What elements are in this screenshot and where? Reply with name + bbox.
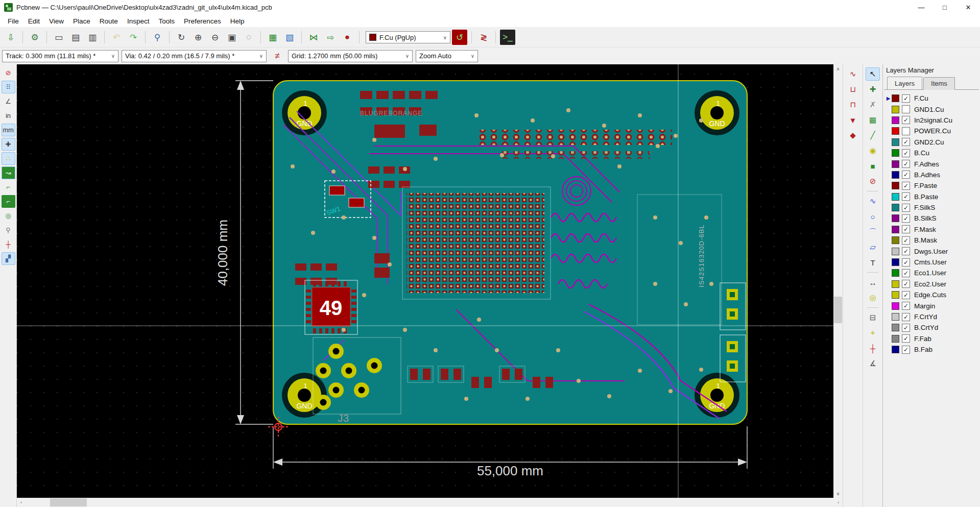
tracks-sketch-icon[interactable]: ⌐ [2, 181, 15, 194]
zoom-redraw-icon[interactable]: ↻ [174, 30, 189, 45]
layer-color-swatch[interactable] [892, 127, 899, 135]
layer-color-swatch[interactable] [892, 335, 899, 343]
layer-row[interactable]: ▶ ✓ F.CrtYd [884, 311, 980, 322]
layer-row[interactable]: ▶ ✓ F.Fab [884, 333, 980, 344]
layer-color-swatch[interactable] [892, 346, 899, 353]
grid-origin-icon[interactable]: ┼ [866, 342, 880, 355]
drc-off-icon[interactable]: ⊘ [2, 66, 15, 79]
layer-visibility-checkbox[interactable]: ✓ [902, 346, 910, 354]
minimize-button[interactable]: — [910, 0, 933, 15]
grid-selector[interactable]: Grid: 1.2700 mm (50.00 mils) ∨ [288, 50, 413, 62]
layer-pair-toggle-icon[interactable]: ↺ [452, 30, 467, 45]
layer-color-swatch[interactable] [892, 302, 899, 310]
layer-row[interactable]: ▶ ✓ B.Mask [884, 235, 980, 246]
layer-row[interactable]: ▶ ✓ Margin [884, 300, 980, 311]
layer-row[interactable]: ▶ ✓ B.CrtYd [884, 322, 980, 333]
add-zone-icon[interactable]: ■ [866, 159, 880, 173]
layer-visibility-checkbox[interactable]: ✓ [902, 291, 910, 299]
print-icon[interactable]: ▤ [68, 30, 83, 45]
layer-visibility-checkbox[interactable]: ✓ [902, 280, 910, 288]
layer-row[interactable]: ▶ ✓ F.Adhes [884, 158, 980, 169]
microwave-stub-arc-icon[interactable]: ▼ [846, 113, 860, 127]
zoom-in-icon[interactable]: ⊕ [190, 30, 206, 45]
layer-row[interactable]: ▶ ✓ Eco1.User [884, 268, 980, 278]
layer-visibility-checkbox[interactable]: ✓ [902, 313, 910, 321]
scripting-console-icon[interactable]: >_ [500, 30, 515, 45]
undo-icon[interactable]: ↶ [109, 30, 124, 45]
add-circle-icon[interactable]: ○ [866, 210, 880, 223]
menu-item[interactable]: Edit [23, 16, 44, 27]
add-arc-icon[interactable]: ⌒ [866, 225, 880, 238]
auto-track-width-icon[interactable]: ≠ [270, 49, 285, 64]
find-icon[interactable]: ⚲ [150, 30, 165, 45]
layer-row[interactable]: ▶ ✓ F.Paste [884, 180, 980, 191]
layer-color-swatch[interactable] [892, 106, 899, 113]
route-tracks-icon[interactable]: ╱ [866, 129, 880, 142]
layer-visibility-checkbox[interactable]: ✓ [902, 236, 910, 245]
menu-item[interactable]: Help [226, 16, 249, 27]
add-keepout-icon[interactable]: ⊘ [866, 175, 880, 188]
add-line-icon[interactable]: ∿ [866, 195, 880, 208]
layer-row[interactable]: ▶ ✓ Dwgs.User [884, 246, 980, 256]
layer-color-swatch[interactable] [892, 138, 899, 146]
layer-color-swatch[interactable] [892, 313, 899, 321]
cursor-shape-icon[interactable]: ✚ [2, 138, 15, 151]
scroll-left-arrow[interactable]: ‹ [17, 498, 26, 507]
layer-row[interactable]: ▶ ✓ Eco2.User [884, 279, 980, 289]
layer-row[interactable]: ▶ ✓ B.Paste [884, 191, 980, 202]
net-inspector-icon[interactable]: ⋈ [306, 30, 321, 45]
menu-item[interactable]: File [3, 16, 23, 27]
scroll-down-arrow[interactable]: ∨ [833, 489, 843, 498]
menu-item[interactable]: View [44, 16, 68, 27]
highlight-net-icon[interactable]: ✚ [866, 83, 880, 96]
drc-icon[interactable]: ● [340, 30, 355, 45]
zoom-selection-icon[interactable]: ◌ [241, 30, 256, 45]
layer-row[interactable]: ▶ ✓ F.Cu [884, 93, 980, 104]
layer-color-swatch[interactable] [892, 160, 899, 168]
layer-visibility-checkbox[interactable]: ✓ [902, 160, 910, 168]
layer-selector[interactable]: F.Cu (PgUp) ∨ [366, 31, 450, 43]
local-ratsnest-icon[interactable]: ✗ [866, 98, 880, 111]
layer-visibility-checkbox[interactable] [902, 127, 910, 135]
measure-icon[interactable]: ∡ [866, 357, 880, 370]
interactive-router-settings-icon[interactable]: ≷ [476, 30, 491, 45]
layer-row[interactable]: ▶ ✓ B.Adhes [884, 170, 980, 180]
add-polygon-icon[interactable]: ▱ [866, 240, 880, 254]
track-width-selector[interactable]: Track: 0.300 mm (11.81 mils) * ∨ [2, 50, 118, 62]
layer-visibility-checkbox[interactable]: ✓ [902, 182, 910, 190]
layer-row[interactable]: ▶ GND1.Cu [884, 104, 980, 114]
zoom-fit-icon[interactable]: ▣ [224, 30, 240, 45]
layer-visibility-checkbox[interactable]: ✓ [902, 269, 910, 277]
microwave-gap-icon[interactable]: ⊔ [846, 83, 860, 96]
add-dimension-icon[interactable]: ↔ [866, 276, 880, 289]
layer-row[interactable]: ▶ ✓ B.Cu [884, 148, 980, 158]
layer-visibility-checkbox[interactable]: ✓ [902, 94, 910, 103]
units-mm-icon[interactable]: mm [2, 124, 15, 136]
footprint-editor-icon[interactable]: ▦ [265, 30, 280, 45]
layer-row[interactable]: ▶ ✓ GND2.Cu [884, 137, 980, 148]
layer-color-swatch[interactable] [892, 236, 899, 244]
layer-visibility-checkbox[interactable]: ✓ [902, 149, 910, 157]
layer-color-swatch[interactable] [892, 248, 899, 255]
grid-visibility-icon[interactable]: ⠿ [2, 81, 15, 93]
layer-color-swatch[interactable] [892, 94, 899, 102]
high-contrast-icon[interactable]: ▞ [2, 252, 15, 265]
layer-color-swatch[interactable] [892, 204, 899, 211]
layer-color-swatch[interactable] [892, 324, 899, 331]
save-icon[interactable]: ⇩ [3, 30, 18, 45]
horizontal-scrollbar[interactable]: ‹ › [17, 498, 843, 507]
layer-row[interactable]: ▶ ✓ Edge.Cuts [884, 289, 980, 300]
units-inches-icon[interactable]: in [2, 109, 15, 122]
layer-color-swatch[interactable] [892, 214, 899, 222]
layer-visibility-checkbox[interactable]: ✓ [902, 138, 910, 146]
layer-color-swatch[interactable] [892, 193, 899, 201]
microwave-line-icon[interactable]: ∿ [846, 67, 860, 81]
vias-sketch-icon[interactable]: ◎ [2, 209, 15, 222]
layer-row[interactable]: ▶ ✓ F.Mask [884, 224, 980, 235]
tab-layers[interactable]: Layers [887, 77, 922, 89]
polar-coords-icon[interactable]: ∠ [2, 95, 15, 108]
layer-visibility-checkbox[interactable]: ✓ [902, 192, 910, 201]
layer-visibility-checkbox[interactable]: ✓ [902, 302, 910, 310]
add-footprint-icon[interactable]: ▦ [866, 113, 880, 127]
zoom-selector[interactable]: Zoom Auto ∨ [416, 50, 478, 62]
